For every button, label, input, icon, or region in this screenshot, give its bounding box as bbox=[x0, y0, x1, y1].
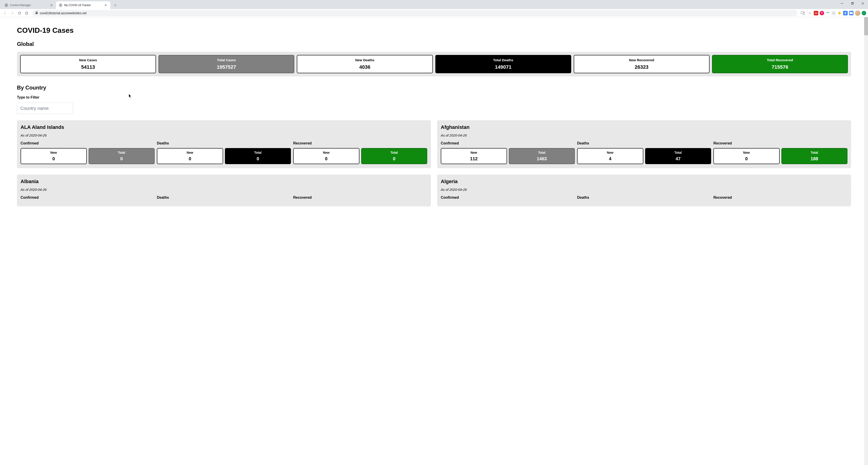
stat-value: 26323 bbox=[576, 64, 707, 70]
address-bar[interactable]: covid19tutorial.azurewebsites.net bbox=[33, 10, 798, 16]
stat-value: 4036 bbox=[299, 64, 430, 70]
lock-icon bbox=[35, 11, 38, 15]
metric-total: Total188 bbox=[781, 148, 848, 164]
stat-new-cases: New Cases 54113 bbox=[20, 55, 156, 73]
page-content: COVID-19 Cases Global New Cases 54113 To… bbox=[0, 17, 868, 215]
globe-icon bbox=[59, 3, 62, 7]
minimize-button[interactable] bbox=[837, 0, 847, 7]
metrics-row: Confirmed Deaths Recovered bbox=[441, 195, 847, 202]
maximize-button[interactable] bbox=[847, 0, 858, 7]
metric-confirmed: Confirmed bbox=[21, 195, 155, 202]
country-filter-input[interactable] bbox=[17, 103, 73, 114]
new-tab-button[interactable]: + bbox=[112, 2, 119, 8]
stat-total-recovered: Total Recovered 715576 bbox=[712, 55, 848, 73]
metric-total: Total0 bbox=[361, 148, 428, 164]
extension-gray-icon[interactable] bbox=[831, 11, 836, 16]
metric-deaths: Deaths New0 Total0 bbox=[157, 141, 291, 164]
svg-point-7 bbox=[832, 12, 835, 14]
country-name: Albania bbox=[21, 179, 427, 184]
by-country-heading: By Country bbox=[17, 85, 851, 91]
metrics-row: Confirmed New0 Total0 Deaths New0 Total0… bbox=[21, 141, 427, 164]
device-toolbar-icon[interactable] bbox=[800, 10, 806, 16]
country-card: Albania As of 2020-04-26 Confirmed Death… bbox=[17, 175, 431, 207]
stat-total-cases: Total Cases 1957527 bbox=[158, 55, 294, 73]
metric-title: Deaths bbox=[157, 141, 291, 145]
metric-total: Total0 bbox=[225, 148, 291, 164]
metric-title: Recovered bbox=[293, 195, 427, 199]
metric-title: Recovered bbox=[293, 141, 427, 145]
metric-recovered: Recovered bbox=[713, 195, 847, 202]
reload-button[interactable] bbox=[16, 10, 23, 16]
metric-title: Recovered bbox=[713, 141, 847, 145]
metric-new: New0 bbox=[21, 148, 87, 164]
globe-icon bbox=[4, 3, 8, 7]
extension-puzzle-icon[interactable] bbox=[837, 11, 842, 16]
metric-recovered: Recovered New0 Total188 bbox=[713, 141, 847, 164]
country-name: ALA Aland Islands bbox=[21, 124, 427, 130]
metric-total: Total47 bbox=[645, 148, 711, 164]
stat-new-recovered: New Recovered 26323 bbox=[574, 55, 710, 73]
metric-total: Total0 bbox=[89, 148, 155, 164]
country-card: Afghanistan As of 2020-04-26 Confirmed N… bbox=[437, 120, 851, 168]
metric-recovered: Recovered bbox=[293, 195, 427, 202]
countries-grid: ALA Aland Islands As of 2020-04-26 Confi… bbox=[17, 120, 851, 207]
browser-tab-strip: Content Manager ✕ My COVID-19 Tracker ✕ … bbox=[0, 0, 868, 9]
stat-label: Total Deaths bbox=[438, 58, 569, 62]
svg-rect-3 bbox=[851, 3, 853, 4]
stat-value: 1957527 bbox=[161, 64, 292, 70]
metric-new: New0 bbox=[293, 148, 360, 164]
svg-rect-4 bbox=[35, 12, 38, 14]
svg-rect-2 bbox=[841, 3, 843, 4]
metric-title: Confirmed bbox=[441, 195, 575, 199]
extension-update-icon[interactable]: ↑ bbox=[862, 11, 866, 16]
metric-title: Deaths bbox=[577, 195, 711, 199]
extension-pink-icon[interactable]: T bbox=[819, 11, 824, 16]
metric-title: Confirmed bbox=[21, 195, 155, 199]
country-date: As of 2020-04-26 bbox=[21, 133, 427, 137]
browser-tab-inactive[interactable]: Content Manager ✕ bbox=[2, 1, 56, 9]
metric-new: New0 bbox=[713, 148, 780, 164]
page-title: COVID-19 Cases bbox=[17, 26, 851, 35]
browser-tab-active[interactable]: My COVID-19 Tracker ✕ bbox=[56, 1, 110, 9]
extension-zoom-icon[interactable] bbox=[849, 11, 854, 16]
country-date: As of 2020-04-26 bbox=[21, 188, 427, 191]
metric-title: Confirmed bbox=[21, 141, 155, 145]
country-name: Afghanistan bbox=[441, 124, 847, 130]
stat-label: Total Cases bbox=[161, 58, 292, 62]
forward-button[interactable] bbox=[9, 10, 16, 16]
metric-deaths: Deaths bbox=[157, 195, 291, 202]
metric-deaths: Deaths bbox=[577, 195, 711, 202]
svg-rect-6 bbox=[803, 12, 805, 14]
home-button[interactable] bbox=[24, 10, 30, 16]
extension-lastpass-icon[interactable]: ••• bbox=[814, 11, 818, 16]
stat-value: 715576 bbox=[714, 64, 846, 70]
close-window-button[interactable] bbox=[858, 0, 868, 7]
global-heading: Global bbox=[17, 41, 851, 47]
metric-title: Recovered bbox=[713, 195, 847, 199]
window-controls bbox=[837, 0, 868, 9]
country-card: Algeria As of 2020-04-26 Confirmed Death… bbox=[437, 175, 851, 207]
extension-blue-icon[interactable]: 🗓 bbox=[843, 11, 848, 16]
filter-label: Type to Filter bbox=[17, 95, 851, 99]
stat-label: Total Recovered bbox=[714, 58, 846, 62]
stat-total-deaths: Total Deaths 149071 bbox=[435, 55, 571, 73]
close-icon[interactable]: ✕ bbox=[50, 3, 53, 7]
country-card: ALA Aland Islands As of 2020-04-26 Confi… bbox=[17, 120, 431, 168]
tabs-container: Content Manager ✕ My COVID-19 Tracker ✕ … bbox=[0, 0, 119, 9]
metric-new: New0 bbox=[157, 148, 223, 164]
metric-title: Deaths bbox=[577, 141, 711, 145]
metric-confirmed: Confirmed New0 Total0 bbox=[21, 141, 155, 164]
metric-total: Total1463 bbox=[509, 148, 575, 164]
stat-label: New Deaths bbox=[299, 58, 430, 62]
metric-new: New112 bbox=[441, 148, 507, 164]
stat-value: 54113 bbox=[22, 64, 154, 70]
extension-green-icon[interactable] bbox=[826, 11, 830, 16]
metric-deaths: Deaths New4 Total47 bbox=[577, 141, 711, 164]
profile-avatar[interactable] bbox=[855, 10, 860, 16]
bookmark-star-icon[interactable]: ☆ bbox=[807, 10, 812, 16]
close-icon[interactable]: ✕ bbox=[104, 3, 107, 7]
back-button[interactable] bbox=[2, 10, 8, 16]
country-date: As of 2020-04-26 bbox=[441, 188, 847, 191]
metrics-row: Confirmed New112 Total1463 Deaths New4 T… bbox=[441, 141, 847, 164]
url-text: covid19tutorial.azurewebsites.net bbox=[40, 11, 87, 15]
